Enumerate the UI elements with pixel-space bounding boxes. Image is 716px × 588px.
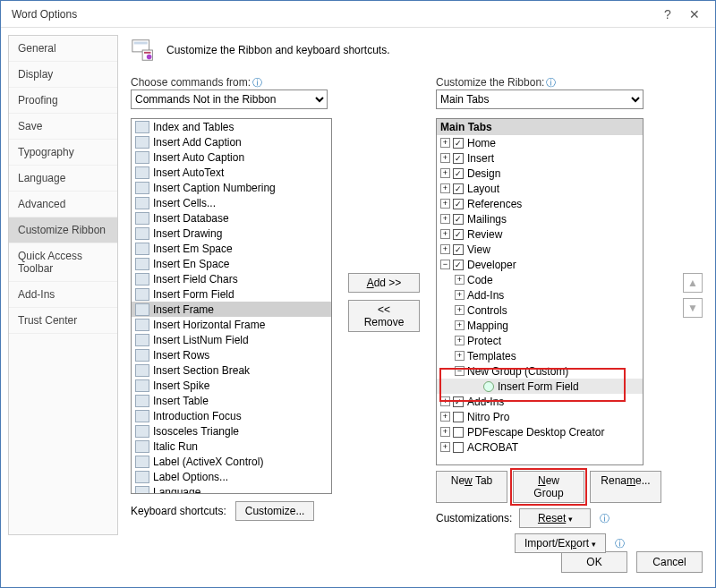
command-item[interactable]: Label Options...: [132, 469, 331, 484]
checkbox[interactable]: [453, 427, 464, 438]
command-item[interactable]: Insert Auto Caption: [132, 149, 331, 165]
tree-node[interactable]: +Add-Ins: [437, 287, 643, 303]
tree-node[interactable]: +✓Layout: [437, 181, 643, 196]
expand-icon[interactable]: +: [440, 183, 450, 193]
add-button[interactable]: Add >>: [348, 273, 420, 293]
command-item[interactable]: Insert ListNum Field: [132, 332, 331, 347]
expand-icon[interactable]: +: [440, 229, 450, 239]
expand-icon[interactable]: +: [455, 336, 465, 345]
tree-node[interactable]: +ACROBAT: [437, 439, 643, 455]
command-item[interactable]: Introduction Focus: [132, 408, 331, 423]
tree-node[interactable]: +Controls: [437, 303, 643, 318]
expand-icon[interactable]: +: [455, 351, 465, 361]
checkbox[interactable]: ✓: [453, 244, 464, 255]
sidebar-item-trust-center[interactable]: Trust Center: [9, 308, 117, 334]
command-item[interactable]: Insert Form Field: [132, 286, 331, 302]
expand-icon[interactable]: +: [440, 412, 450, 422]
command-item[interactable]: Insert Table: [132, 393, 331, 408]
move-down-button[interactable]: ▼: [683, 298, 703, 318]
sidebar-item-general[interactable]: General: [9, 36, 117, 62]
new-group-button[interactable]: New Group: [513, 471, 584, 503]
info-icon[interactable]: ⓘ: [615, 537, 625, 550]
import-export-button[interactable]: Import/Export: [515, 533, 606, 553]
checkbox[interactable]: ✓: [453, 396, 464, 407]
expand-icon[interactable]: +: [440, 244, 450, 254]
tree-node[interactable]: +Nitro Pro: [437, 409, 643, 424]
move-up-button[interactable]: ▲: [683, 273, 703, 293]
command-item[interactable]: Index and Tables: [132, 119, 331, 134]
sidebar-item-customize-ribbon[interactable]: Customize Ribbon: [9, 217, 117, 243]
ribbon-tree[interactable]: Main Tabs +✓Home+✓Insert+✓Design+✓Layout…: [436, 118, 644, 465]
checkbox[interactable]: ✓: [453, 229, 464, 240]
expand-icon[interactable]: +: [455, 275, 465, 285]
expand-icon[interactable]: +: [455, 320, 465, 330]
checkbox[interactable]: [453, 412, 464, 422]
sidebar-item-quick-access-toolbar[interactable]: Quick Access Toolbar: [9, 243, 117, 282]
sidebar-item-add-ins[interactable]: Add-Ins: [9, 282, 117, 308]
command-item[interactable]: Language: [132, 484, 331, 494]
command-item[interactable]: Insert Horizontal Frame: [132, 317, 331, 332]
command-item[interactable]: Italic Run: [132, 439, 331, 454]
remove-button[interactable]: << Remove: [348, 300, 420, 332]
expand-icon[interactable]: −: [455, 366, 465, 376]
command-item[interactable]: Insert Cells...: [132, 195, 331, 210]
command-item[interactable]: Label (ActiveX Control): [132, 454, 331, 469]
expand-icon[interactable]: +: [455, 290, 465, 300]
info-icon[interactable]: ⓘ: [600, 512, 609, 525]
tree-node[interactable]: Insert Form Field: [437, 379, 643, 394]
tree-node[interactable]: +PDFescape Desktop Creator: [437, 424, 643, 439]
expand-icon[interactable]: +: [440, 138, 450, 148]
new-tab-button[interactable]: New Tab: [436, 471, 507, 503]
close-icon[interactable]: ✕: [681, 7, 708, 21]
reset-button[interactable]: Reset: [519, 508, 591, 528]
tree-node[interactable]: +✓View: [437, 242, 643, 257]
checkbox[interactable]: ✓: [453, 214, 464, 225]
info-icon[interactable]: ⓘ: [252, 77, 262, 88]
expand-icon[interactable]: +: [455, 305, 465, 315]
tree-node[interactable]: −New Group (Custom): [437, 363, 643, 379]
rename-button[interactable]: Rename...: [590, 471, 661, 503]
tree-node[interactable]: +✓References: [437, 196, 643, 211]
tree-node[interactable]: +Protect: [437, 333, 643, 348]
sidebar-item-proofing[interactable]: Proofing: [9, 88, 117, 114]
command-item[interactable]: Insert Drawing: [132, 226, 331, 241]
sidebar-item-typography[interactable]: Typography: [9, 140, 117, 166]
command-item[interactable]: Insert Frame: [132, 302, 331, 317]
tree-node[interactable]: +Code: [437, 272, 643, 287]
checkbox[interactable]: ✓: [453, 183, 464, 194]
command-item[interactable]: Isosceles Triangle: [132, 423, 331, 439]
command-item[interactable]: Insert En Space: [132, 256, 331, 271]
expand-icon[interactable]: −: [440, 260, 450, 269]
commands-listbox[interactable]: Index and TablesInsert Add CaptionInsert…: [131, 118, 332, 494]
choose-commands-combo[interactable]: Commands Not in the Ribbon: [131, 89, 328, 109]
tree-node[interactable]: +✓Mailings: [437, 211, 643, 226]
help-icon[interactable]: ?: [654, 7, 681, 21]
tree-node[interactable]: −✓Developer: [437, 257, 643, 272]
command-item[interactable]: Insert Spike: [132, 378, 331, 393]
checkbox[interactable]: ✓: [453, 168, 464, 179]
tree-node[interactable]: +✓Add-Ins: [437, 394, 643, 409]
tree-node[interactable]: +Mapping: [437, 318, 643, 333]
info-icon[interactable]: ⓘ: [546, 77, 556, 88]
expand-icon[interactable]: +: [440, 168, 450, 178]
command-item[interactable]: Insert Caption Numbering: [132, 180, 331, 195]
customize-keyboard-button[interactable]: Customize...: [235, 501, 315, 521]
checkbox[interactable]: ✓: [453, 199, 464, 209]
sidebar-item-advanced[interactable]: Advanced: [9, 192, 117, 217]
sidebar-item-save[interactable]: Save: [9, 114, 117, 140]
command-item[interactable]: Insert AutoText: [132, 165, 331, 180]
expand-icon[interactable]: +: [440, 153, 450, 163]
command-item[interactable]: Insert Database: [132, 210, 331, 226]
expand-icon[interactable]: +: [440, 442, 450, 452]
command-item[interactable]: Insert Rows: [132, 347, 331, 362]
tree-node[interactable]: +✓Review: [437, 226, 643, 242]
sidebar-item-language[interactable]: Language: [9, 166, 117, 192]
command-item[interactable]: Insert Field Chars: [132, 271, 331, 286]
customize-ribbon-combo[interactable]: Main Tabs: [436, 89, 644, 109]
tree-node[interactable]: +✓Insert: [437, 150, 643, 166]
checkbox[interactable]: ✓: [453, 138, 464, 149]
checkbox[interactable]: [453, 442, 464, 453]
expand-icon[interactable]: +: [440, 199, 450, 209]
ok-button[interactable]: OK: [561, 551, 627, 573]
expand-icon[interactable]: +: [440, 214, 450, 224]
